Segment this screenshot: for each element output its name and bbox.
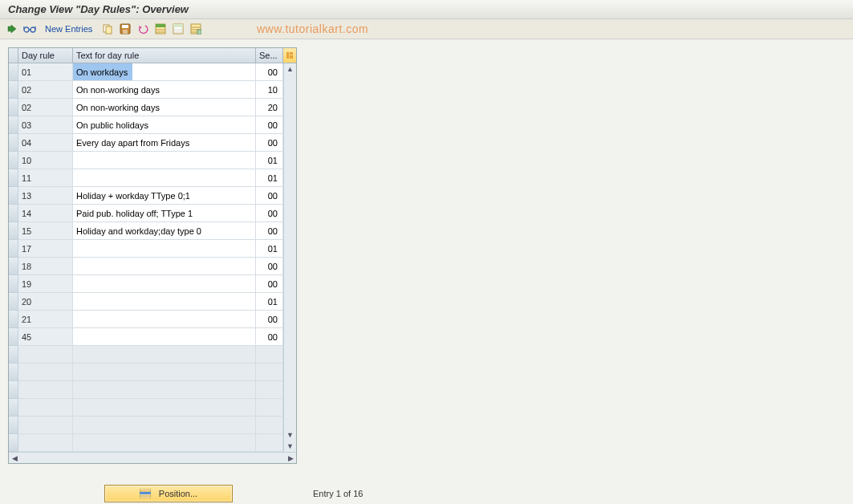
cell-day-rule[interactable] — [18, 240, 73, 258]
cell-se[interactable] — [256, 346, 283, 364]
day-rule-input[interactable] — [18, 169, 72, 186]
day-rule-input[interactable] — [18, 258, 72, 274]
cell-day-rule[interactable] — [18, 169, 73, 187]
scroll-right-icon[interactable]: ▶ — [285, 453, 296, 464]
cell-se[interactable] — [256, 169, 283, 187]
undo-icon[interactable] — [136, 22, 150, 36]
cell-se[interactable] — [256, 381, 283, 399]
text-input[interactable] — [73, 187, 255, 204]
se-input[interactable] — [256, 328, 282, 345]
row-selector[interactable] — [9, 205, 18, 222]
row-selector[interactable] — [9, 399, 18, 417]
cell-text[interactable] — [73, 99, 256, 116]
day-rule-input[interactable] — [18, 152, 72, 169]
row-selector[interactable] — [9, 63, 18, 81]
cell-day-rule[interactable] — [18, 81, 73, 99]
cell-se[interactable] — [256, 116, 283, 134]
row-selector[interactable] — [9, 240, 18, 258]
se-input[interactable] — [256, 187, 282, 204]
text-input[interactable] — [73, 275, 255, 292]
cell-text[interactable] — [73, 240, 256, 258]
vertical-scrollbar[interactable]: ▲ ▼ ▼ — [283, 63, 296, 452]
scroll-left-icon[interactable]: ◀ — [9, 453, 20, 464]
cell-text[interactable] — [73, 222, 256, 240]
cell-se[interactable] — [256, 364, 283, 381]
cell-text[interactable] — [73, 328, 256, 346]
row-selector[interactable] — [9, 417, 18, 434]
row-selector[interactable] — [9, 293, 18, 311]
row-selector[interactable] — [9, 381, 18, 399]
cell-se[interactable] — [256, 187, 283, 205]
day-rule-input[interactable] — [18, 328, 72, 345]
day-rule-input[interactable] — [18, 311, 72, 327]
cell-se[interactable] — [256, 293, 283, 311]
cell-day-rule[interactable] — [18, 99, 73, 116]
cell-day-rule[interactable] — [18, 258, 73, 275]
table-settings-icon[interactable] — [283, 48, 296, 63]
se-input[interactable] — [256, 116, 282, 133]
text-input[interactable] — [73, 116, 255, 133]
cell-se[interactable] — [256, 399, 283, 417]
day-rule-input[interactable] — [18, 81, 72, 98]
day-rule-input[interactable] — [18, 293, 72, 310]
cell-se[interactable] — [256, 417, 283, 434]
cell-day-rule[interactable] — [18, 275, 73, 293]
cell-text[interactable] — [73, 275, 256, 293]
day-rule-input[interactable] — [18, 275, 72, 292]
text-input[interactable] — [73, 222, 255, 239]
row-selector[interactable] — [9, 81, 18, 99]
print-icon[interactable] — [189, 22, 203, 36]
day-rule-input[interactable] — [18, 222, 72, 239]
row-selector[interactable] — [9, 258, 18, 275]
cell-se[interactable] — [256, 240, 283, 258]
cell-day-rule[interactable] — [18, 399, 73, 417]
se-input[interactable] — [256, 240, 282, 257]
cell-text[interactable] — [73, 116, 256, 134]
cell-text[interactable] — [73, 399, 256, 417]
row-selector[interactable] — [9, 328, 18, 346]
text-input[interactable] — [73, 311, 255, 327]
cell-text[interactable] — [73, 381, 256, 399]
cell-se[interactable] — [256, 222, 283, 240]
se-input[interactable] — [256, 169, 282, 186]
cell-day-rule[interactable] — [18, 364, 73, 381]
row-selector[interactable] — [9, 169, 18, 187]
text-input[interactable] — [73, 134, 255, 151]
text-input[interactable] — [73, 293, 255, 310]
cell-day-rule[interactable] — [18, 152, 73, 169]
day-rule-input[interactable] — [18, 187, 72, 204]
se-input[interactable] — [256, 222, 282, 239]
cell-text[interactable] — [73, 434, 256, 452]
cell-day-rule[interactable] — [18, 187, 73, 205]
day-rule-input[interactable] — [18, 99, 72, 116]
cell-se[interactable] — [256, 328, 283, 346]
day-rule-input[interactable] — [18, 63, 72, 80]
scroll-up-icon[interactable]: ▲ — [284, 63, 296, 75]
horizontal-scrollbar[interactable]: ◀ ▶ — [9, 452, 296, 463]
cell-text[interactable] — [73, 169, 256, 187]
cell-text[interactable] — [73, 187, 256, 205]
cell-text[interactable] — [73, 205, 256, 222]
se-input[interactable] — [256, 63, 282, 80]
position-button[interactable]: Position... — [104, 485, 233, 502]
toggle-icon[interactable] — [5, 22, 19, 36]
se-input[interactable] — [256, 293, 282, 310]
row-selector[interactable] — [9, 346, 18, 364]
scroll-down-icon[interactable]: ▼ — [284, 429, 296, 441]
cell-text[interactable] — [73, 417, 256, 434]
scroll-down-icon-2[interactable]: ▼ — [284, 441, 296, 452]
day-rule-input[interactable] — [18, 240, 72, 257]
glasses-icon[interactable] — [22, 22, 37, 36]
text-input[interactable] — [73, 328, 255, 345]
row-selector[interactable] — [9, 134, 18, 152]
cell-se[interactable] — [256, 258, 283, 275]
select-all-icon[interactable] — [153, 22, 168, 36]
cell-text[interactable] — [73, 134, 256, 152]
cell-day-rule[interactable] — [18, 63, 73, 81]
cell-day-rule[interactable] — [18, 434, 73, 452]
cell-se[interactable] — [256, 99, 283, 116]
text-input[interactable] — [73, 152, 255, 169]
cell-text[interactable] — [73, 364, 256, 381]
day-rule-input[interactable] — [18, 116, 72, 133]
cell-day-rule[interactable] — [18, 417, 73, 434]
